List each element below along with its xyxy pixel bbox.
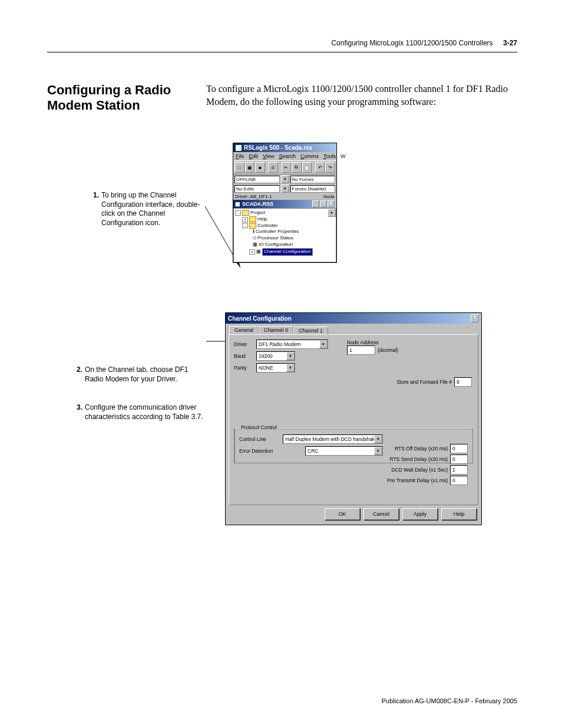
maximize-icon[interactable]: □ [320,200,327,207]
chevron-down-icon[interactable]: ▾ [374,435,382,443]
store-forward-block: Store and Forward File # 9 [396,377,472,387]
tree-processor-status[interactable]: Processor Status [257,235,293,242]
pre-transmit-input[interactable]: 0 [450,476,468,485]
channel-config-dialog: Channel Configuration × General Channel … [225,312,482,525]
dialog-title: Channel Configuration [228,315,292,322]
menu-edit[interactable]: Edit [247,153,261,160]
section-title: Configuring a Radio Modem Station [47,83,200,114]
protocol-control-legend: Protocol Control [239,424,279,430]
step-1-text: To bring up the Channel Configuration in… [101,191,205,228]
node-address-label: Node Address [347,340,398,345]
expand-icon[interactable]: + [242,217,248,222]
help-button[interactable]: Help [441,508,477,520]
store-forward-label: Store and Forward File # [396,379,452,385]
menu-file[interactable]: File [233,153,247,160]
rts-send-input[interactable]: 0 [450,454,468,464]
save-icon[interactable]: ■ [255,162,265,173]
step-2-text: On the Channel tab, choose DF1 Radio Mod… [85,365,206,384]
rslogix-window: RSLogix 500 - Scada.rss File Edit View S… [233,143,337,263]
menu-view[interactable]: View [260,153,276,160]
chevron-down-icon[interactable]: ▾ [374,447,382,455]
dcd-wait-label: DCD Wait Delay (x1 Sec) [391,467,448,473]
step-3-number: 3. [77,403,82,421]
collapse-icon[interactable]: - [235,210,241,216]
baud-value: 19200 [257,353,286,359]
page-number: 3-27 [503,39,517,47]
toolbar: □ ▣ ■ ⎙ ✂ ⧉ 📋 ↶ ↷ [233,160,336,174]
undo-icon[interactable]: ↶ [315,162,325,173]
close-icon[interactable]: × [328,200,335,207]
redo-icon[interactable]: ↷ [325,162,335,173]
app-icon [236,145,242,151]
parity-combo[interactable]: NONE ▾ [256,363,295,373]
rts-off-input[interactable]: 0 [450,444,468,453]
tab-general[interactable]: General [229,326,259,334]
node-address-input[interactable]: 1 [347,345,375,355]
step-2-number: 2. [77,365,82,384]
tree-project[interactable]: Project [250,210,265,216]
paste-icon[interactable]: 📋 [302,162,312,173]
dropdown-icon[interactable]: ▾ [281,175,289,183]
store-forward-input[interactable]: 9 [454,377,472,387]
header-rule [47,52,517,52]
project-tree[interactable]: ▴ -Project +Help -Controller ℹController… [233,208,336,262]
noedits-field: No Edits [234,185,280,193]
driver-row: Driver: AB_DF1-1 Node [233,193,336,200]
tree-controller[interactable]: Controller [257,223,278,229]
tab-channel-0[interactable]: Channel 0 [259,326,293,334]
dialog-buttons: OK Cancel Apply Help [226,508,481,525]
tree-io-config[interactable]: IO Configuration [259,242,293,248]
scada-file-icon: ▦ [235,201,240,207]
control-line-label: Control Line [239,436,280,442]
close-icon[interactable]: × [471,314,479,322]
step-2: 2. On the Channel tab, choose DF1 Radio … [77,365,206,384]
dcd-wait-input[interactable]: 1 [450,465,468,475]
dropdown-icon[interactable]: ▾ [281,185,289,193]
minimize-icon[interactable]: _ [312,200,319,207]
expand-icon[interactable]: + [249,249,255,255]
collapse-icon[interactable]: - [242,223,248,228]
tree-controller-props[interactable]: Controller Properties [256,229,299,235]
chevron-down-icon[interactable]: ▾ [286,352,295,360]
baud-combo[interactable]: 19200 ▾ [256,351,295,361]
menu-search[interactable]: Search [276,153,298,160]
new-icon[interactable]: □ [234,162,244,173]
menubar: File Edit View Search Comms Tools W [233,152,336,160]
sub-window-titlebar: ▦ SCADA.RSS _ □ × [233,200,336,208]
apply-button[interactable]: Apply [402,508,438,520]
driver-combo[interactable]: DF1 Radio Modem ▾ [256,340,328,349]
sub-window-title: SCADA.RSS [242,201,273,207]
tab-body: Driver DF1 Radio Modem ▾ Baud 19200 ▾ Pa… [229,334,478,505]
control-line-combo[interactable]: Half Duplex Modem with DCD handshakin ▾ [283,434,383,444]
print-icon[interactable]: ⎙ [268,162,278,173]
status-icon: ◇ [253,235,256,242]
parity-value: NONE [257,365,286,371]
scroll-up-icon[interactable]: ▴ [328,209,336,217]
page-header: Configuring MicroLogix 1100/1200/1500 Co… [331,39,517,47]
forces-disabled-field: Forces Disabled [290,185,336,193]
tree-channel-config[interactable]: Channel Configuration [262,248,313,256]
step-3-text: Configure the communication driver chara… [85,403,206,421]
chevron-down-icon[interactable]: ▾ [286,364,295,372]
pre-transmit-label: Pre Transmit Delay (x1 ms) [387,477,448,483]
rts-send-label: RTS Send Delay (x20 ms) [389,456,448,462]
copy-icon[interactable]: ⧉ [292,162,302,173]
open-icon[interactable]: ▣ [245,162,255,173]
chevron-down-icon[interactable]: ▾ [319,340,328,348]
tree-help[interactable]: Help [257,216,267,223]
cut-icon[interactable]: ✂ [282,162,292,173]
node-label: Node [323,194,335,199]
timing-fields: RTS Off Delay (x20 ms) 0 RTS Send Delay … [387,444,468,486]
error-detection-combo[interactable]: CRC ▾ [305,446,383,456]
properties-icon: ℹ [253,229,254,235]
footer: Publication AG-UM008C-EN-P - February 20… [382,697,517,704]
ok-button[interactable]: OK [325,508,360,520]
cancel-button[interactable]: Cancel [363,508,399,520]
driver-label: Driver [234,341,254,347]
step-3: 3. Configure the communication driver ch… [77,403,206,421]
chapter-title: Configuring MicroLogix 1100/1200/1500 Co… [331,39,492,47]
menu-extra[interactable]: W [338,153,348,160]
tab-channel-1[interactable]: Channel 1 [293,327,328,335]
menu-comms[interactable]: Comms [298,153,321,160]
menu-tools[interactable]: Tools [321,153,338,160]
